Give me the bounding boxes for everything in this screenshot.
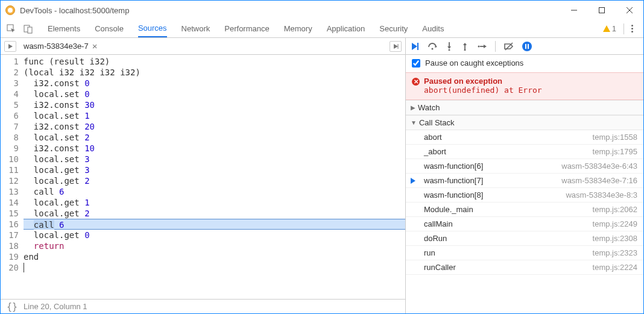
stack-frame[interactable]: Module._maintemp.js:2062	[406, 203, 643, 217]
stack-frame[interactable]: wasm-function[7]wasm-53834e3e-7:16	[406, 174, 643, 188]
chevron-right-icon: ▶	[411, 104, 415, 111]
stack-frame-loc: temp.js:2062	[593, 205, 637, 214]
inspect-icon[interactable]	[4, 22, 19, 36]
file-tab-label: wasm-53834e3e-7	[24, 42, 89, 51]
step-out-icon[interactable]	[461, 42, 469, 51]
content-area: wasm-53834e3e-7 × 1234567891011121314151…	[1, 38, 643, 313]
watch-section-header[interactable]: ▶ Watch	[406, 100, 643, 115]
code-line[interactable]: i32.const 20	[24, 121, 405, 132]
stack-frame-loc: temp.js:2308	[593, 234, 637, 243]
debugger-toggle-icon[interactable]	[390, 41, 402, 52]
panel-tabs: ElementsConsoleSourcesNetworkPerformance…	[48, 20, 444, 37]
stack-frame-loc: temp.js:2249	[593, 219, 637, 228]
svg-marker-8	[394, 44, 398, 49]
tab-application[interactable]: Application	[327, 20, 365, 37]
code-line[interactable]: local.get 2	[24, 208, 405, 219]
pause-on-exceptions-icon[interactable]	[522, 42, 532, 51]
tab-audits[interactable]: Audits	[422, 20, 444, 37]
close-icon[interactable]: ×	[92, 41, 98, 51]
stack-frame[interactable]: _aborttemp.js:1795	[406, 145, 643, 159]
tab-sources[interactable]: Sources	[138, 20, 167, 37]
svg-marker-15	[447, 46, 451, 49]
tab-console[interactable]: Console	[95, 20, 124, 37]
stack-frame-fn: doRun	[424, 234, 447, 243]
tab-network[interactable]: Network	[182, 20, 210, 37]
code-line[interactable]: local.get 0	[24, 230, 405, 240]
more-icon[interactable]	[627, 25, 637, 33]
stack-frame[interactable]: aborttemp.js:1558	[406, 130, 643, 145]
step-into-icon[interactable]	[446, 42, 453, 51]
stack-frame[interactable]: doRuntemp.js:2308	[406, 231, 643, 246]
warning-badge[interactable]: 1	[603, 24, 616, 33]
device-icon[interactable]	[21, 22, 36, 36]
code-line[interactable]: local.set 0	[24, 89, 405, 99]
code-body: func (result i32)(local i32 i32 i32 i32)…	[24, 55, 405, 299]
step-icon[interactable]	[477, 43, 487, 50]
stack-frame-loc: wasm-53834e3e-7:16	[561, 176, 637, 185]
svg-point-19	[464, 49, 466, 51]
code-line[interactable]: i32.const 0	[24, 78, 405, 89]
code-line[interactable]: local.set 1	[24, 110, 405, 121]
stack-frame-loc: wasm-53834e3e-6:43	[561, 162, 637, 171]
code-line[interactable]: i32.const 10	[24, 143, 405, 154]
code-line[interactable]: local.set 2	[24, 132, 405, 143]
stack-frame-fn: wasm-function[7]	[424, 176, 483, 185]
code-editor[interactable]: 1234567891011121314151617181920 func (re…	[1, 55, 405, 299]
code-line[interactable]: local.get 2	[24, 175, 405, 186]
watch-label: Watch	[418, 103, 440, 112]
source-pane: wasm-53834e3e-7 × 1234567891011121314151…	[1, 38, 406, 313]
tab-elements[interactable]: Elements	[48, 20, 80, 37]
exception-title: Paused on exception	[424, 77, 637, 86]
close-button[interactable]	[616, 1, 643, 20]
code-line[interactable]: func (result i32)	[24, 56, 405, 67]
stack-frame[interactable]: runCallertemp.js:2224	[406, 260, 643, 275]
navigator-toggle-icon[interactable]	[4, 41, 16, 52]
error-icon: ✕	[412, 78, 420, 86]
stack-frame-fn: _abort	[424, 147, 446, 156]
warning-icon	[603, 25, 610, 32]
callstack-label: Call Stack	[419, 118, 455, 127]
resume-icon[interactable]	[411, 42, 419, 51]
stack-frame-fn: wasm-function[6]	[424, 162, 483, 171]
callstack-section-header[interactable]: ▼ Call Stack	[406, 115, 643, 130]
code-line[interactable]: local.set 3	[24, 154, 405, 165]
tab-performance[interactable]: Performance	[224, 20, 269, 37]
code-line[interactable]: i32.const 30	[24, 99, 405, 110]
stack-frame[interactable]: runtemp.js:2323	[406, 246, 643, 260]
warning-count: 1	[612, 24, 616, 33]
code-line[interactable]: local.get 1	[24, 197, 405, 208]
maximize-button[interactable]	[588, 1, 616, 20]
file-tab[interactable]: wasm-53834e3e-7 ×	[24, 41, 97, 51]
stack-frame-loc: temp.js:2323	[593, 248, 637, 257]
step-over-icon[interactable]	[428, 42, 437, 51]
code-line[interactable]: (local i32 i32 i32 i32)	[24, 67, 405, 78]
exception-detail: abort(undefined) at Error	[424, 86, 637, 95]
code-line[interactable]	[24, 262, 405, 273]
stack-frame-fn: runCaller	[424, 263, 456, 272]
code-line[interactable]: return	[24, 240, 405, 251]
deactivate-breakpoints-icon[interactable]	[504, 42, 514, 51]
svg-rect-11	[417, 43, 418, 50]
svg-marker-18	[463, 43, 467, 45]
tab-memory[interactable]: Memory	[284, 20, 312, 37]
stack-frame[interactable]: wasm-function[6]wasm-53834e3e-6:43	[406, 159, 643, 174]
stack-frame[interactable]: callMaintemp.js:2249	[406, 217, 643, 231]
stack-frame-loc: temp.js:1558	[593, 133, 637, 142]
svg-point-12	[432, 48, 434, 49]
code-line[interactable]: end	[24, 251, 405, 262]
stack-frame-fn: abort	[424, 133, 442, 142]
file-tabstrip: wasm-53834e3e-7 ×	[1, 38, 405, 55]
stack-frame-loc: temp.js:1795	[593, 147, 637, 156]
pause-caught-checkbox[interactable]	[412, 59, 420, 68]
stack-frame-fn: wasm-function[8]	[424, 190, 483, 199]
minimize-button[interactable]	[560, 1, 588, 20]
code-line[interactable]: local.get 3	[24, 165, 405, 175]
code-line[interactable]: call 6	[24, 186, 405, 197]
code-line[interactable]: call 6	[24, 219, 405, 230]
stack-frame[interactable]: wasm-function[8]wasm-53834e3e-8:3	[406, 188, 643, 203]
pretty-print-icon[interactable]: {}	[7, 301, 17, 312]
editor-statusbar: {} Line 20, Column 1	[1, 299, 405, 313]
exception-banner: ✕ Paused on exception abort(undefined) a…	[406, 72, 643, 100]
tab-security[interactable]: Security	[379, 20, 408, 37]
stack-frame-loc: temp.js:2224	[593, 263, 637, 272]
